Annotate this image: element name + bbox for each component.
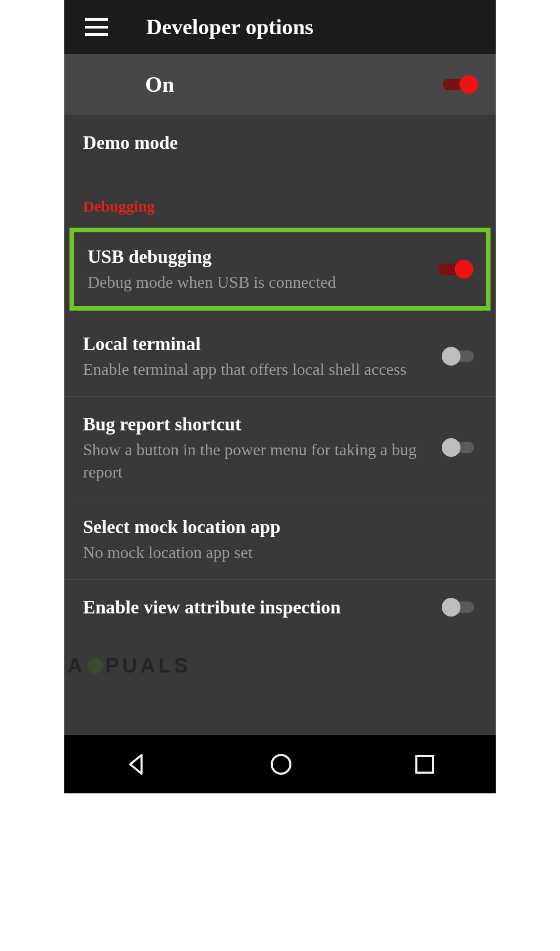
item-local-terminal[interactable]: Local terminal Enable terminal app that … <box>64 316 496 397</box>
view-attr-toggle[interactable] <box>443 598 477 616</box>
item-subtitle: Debug mode when USB is connected <box>88 271 428 293</box>
nav-home-icon[interactable] <box>269 752 293 777</box>
svg-rect-1 <box>416 756 433 773</box>
master-toggle[interactable] <box>443 76 477 93</box>
svg-point-0 <box>272 755 290 774</box>
item-mock-location[interactable]: Select mock location app No mock locatio… <box>64 499 496 580</box>
item-subtitle: No mock location app set <box>83 541 467 564</box>
nav-recent-icon[interactable] <box>413 753 436 776</box>
nav-back-icon[interactable] <box>124 752 149 777</box>
usb-debugging-toggle[interactable] <box>438 260 472 278</box>
page-title: Developer options <box>146 15 313 39</box>
master-toggle-row[interactable]: On <box>64 54 496 115</box>
item-title: Bug report shortcut <box>83 412 432 437</box>
watermark-text-right: PUALS <box>105 654 191 677</box>
master-toggle-label: On <box>145 72 174 97</box>
item-subtitle: Show a button in the power menu for taki… <box>83 439 432 483</box>
item-title: Enable view attribute inspection <box>83 595 432 620</box>
item-subtitle: Enable terminal app that offers local sh… <box>83 358 432 381</box>
section-header-debugging: Debugging <box>64 171 496 223</box>
item-title: Demo mode <box>83 131 467 155</box>
item-view-attribute-inspection[interactable]: Enable view attribute inspection <box>64 580 496 635</box>
item-title: Select mock location app <box>83 515 467 539</box>
watermark-text-left: A <box>67 654 86 677</box>
device-frame: Developer options On Demo mode Debugging… <box>64 0 496 793</box>
local-terminal-toggle[interactable] <box>443 347 477 365</box>
bug-report-toggle[interactable] <box>443 439 477 456</box>
app-bar: Developer options <box>64 0 496 54</box>
item-bug-report-shortcut[interactable]: Bug report shortcut Show a button in the… <box>64 397 496 499</box>
watermark-logo-icon <box>88 658 103 674</box>
settings-list: Demo mode Debugging USB debugging Debug … <box>64 115 496 735</box>
highlight-usb-debugging: USB debugging Debug mode when USB is con… <box>69 228 491 311</box>
menu-icon[interactable] <box>85 18 108 36</box>
navigation-bar <box>64 735 496 793</box>
watermark: A PUALS <box>67 654 191 677</box>
item-usb-debugging[interactable]: USB debugging Debug mode when USB is con… <box>74 232 486 306</box>
item-title: USB debugging <box>88 245 428 269</box>
item-demo-mode[interactable]: Demo mode <box>64 115 496 171</box>
item-title: Local terminal <box>83 332 432 356</box>
